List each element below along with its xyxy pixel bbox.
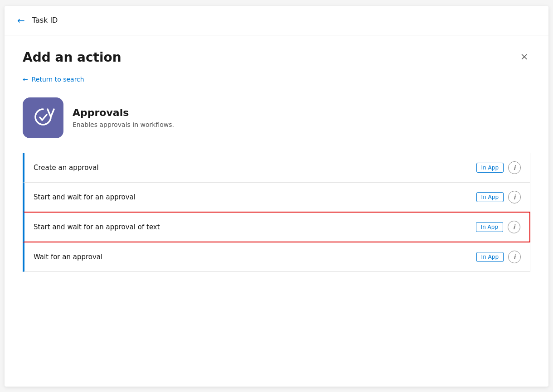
action-label-wait-approval: Wait for an approval bbox=[34, 253, 102, 261]
info-icon-start-wait-approval[interactable]: i bbox=[508, 191, 521, 203]
action-item-create-approval[interactable]: Create an approvalIn Appi bbox=[23, 153, 530, 183]
connector-icon bbox=[23, 97, 63, 138]
connector-info: Approvals Enables approvals in workflows… bbox=[23, 97, 530, 138]
approvals-icon bbox=[31, 106, 55, 130]
close-button[interactable]: × bbox=[519, 50, 530, 63]
return-to-search-button[interactable]: ← Return to search bbox=[23, 76, 84, 83]
action-item-start-wait-approval[interactable]: Start and wait for an approvalIn Appi bbox=[23, 182, 530, 212]
actions-list: Create an approvalIn AppiStart and wait … bbox=[23, 153, 530, 271]
action-right-create-approval: In Appi bbox=[476, 161, 521, 174]
action-right-start-wait-approval: In Appi bbox=[476, 191, 521, 203]
info-icon-create-approval[interactable]: i bbox=[508, 161, 521, 174]
connector-description: Enables approvals in workflows. bbox=[73, 121, 174, 128]
action-item-start-wait-approval-text[interactable]: Start and wait for an approval of textIn… bbox=[23, 212, 530, 242]
action-label-start-wait-approval-text: Start and wait for an approval of text bbox=[34, 223, 160, 231]
info-icon-wait-approval[interactable]: i bbox=[508, 251, 521, 263]
section-header: Add an action × bbox=[23, 50, 530, 65]
connector-text: Approvals Enables approvals in workflows… bbox=[73, 107, 174, 128]
info-icon-start-wait-approval-text[interactable]: i bbox=[508, 221, 520, 233]
return-to-search-label: Return to search bbox=[32, 76, 84, 83]
action-right-start-wait-approval-text: In Appi bbox=[476, 221, 520, 233]
back-icon: ← bbox=[17, 15, 25, 26]
action-label-create-approval: Create an approval bbox=[34, 164, 99, 172]
action-right-wait-approval: In Appi bbox=[476, 251, 521, 263]
action-label-start-wait-approval: Start and wait for an approval bbox=[34, 193, 136, 201]
connector-name: Approvals bbox=[73, 107, 174, 118]
panel-title: Task ID bbox=[32, 16, 58, 24]
panel-header: ← Task ID bbox=[5, 6, 548, 35]
in-app-badge-start-wait-approval-text: In App bbox=[476, 222, 503, 232]
in-app-badge-wait-approval: In App bbox=[476, 252, 504, 262]
main-panel: ← Task ID Add an action × ← Return to se… bbox=[5, 6, 548, 387]
in-app-badge-start-wait-approval: In App bbox=[476, 192, 504, 202]
back-button[interactable]: ← bbox=[15, 13, 27, 28]
dialog-title: Add an action bbox=[23, 50, 121, 65]
panel-body: Add an action × ← Return to search Appro… bbox=[5, 35, 548, 387]
return-arrow-icon: ← bbox=[23, 76, 28, 83]
action-item-wait-approval[interactable]: Wait for an approvalIn Appi bbox=[23, 242, 530, 272]
in-app-badge-create-approval: In App bbox=[476, 163, 504, 173]
